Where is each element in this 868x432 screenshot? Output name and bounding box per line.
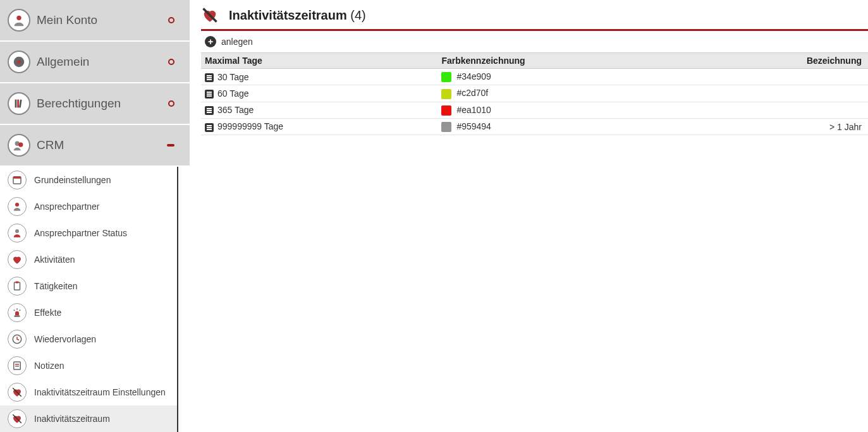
color-swatch [441,122,451,132]
clipboard-icon [8,277,27,296]
row-icon [205,73,214,82]
cell-color-text: #959494 [456,121,491,131]
heart-slash-icon [8,409,27,428]
sidebar-item-ansprechpartner[interactable]: Ansprechpartner [0,193,177,220]
table-row[interactable]: 60 Tage#c2d70f [201,85,868,102]
color-swatch [441,89,451,99]
users-icon [8,134,30,157]
svg-line-16 [14,310,15,311]
svg-point-10 [15,203,19,207]
cell-color: #34e909 [437,69,688,85]
svg-point-7 [18,142,23,147]
add-button[interactable]: + anlegen [205,36,253,47]
sidebar-top-berechtigungen[interactable]: Berechtigungen [0,83,190,125]
cell-max-days: 60 Tage [201,85,437,102]
sidebar-top-label: CRM [37,138,167,152]
svg-rect-5 [19,100,22,108]
cell-name: > 1 Jahr [688,118,868,135]
disc-icon [8,51,30,73]
row-icon [205,106,214,115]
data-table: Maximal Tage Farbkennzeichnung Bezeichnu… [201,53,868,135]
cell-max-days-text: 60 Tage [217,88,249,99]
sidebar-item-label: Tätigkeiten [34,281,77,291]
expand-icon [168,17,174,23]
col-name[interactable]: Bezeichnung [688,53,868,69]
sidebar-item-taetigkeiten[interactable]: Tätigkeiten [0,273,177,299]
collapse-icon [167,144,174,147]
user-icon [8,197,27,216]
page-title: Inaktivitätszeitraum (4) [229,8,366,23]
sidebar-item-label: Ansprechpartner [34,201,100,212]
svg-point-11 [15,229,19,233]
cell-max-days-text: 999999999 Tage [217,121,283,131]
notes-icon [8,356,27,375]
books-icon [8,92,30,115]
col-color[interactable]: Farbkennzeichnung [437,53,688,69]
sidebar-item-label: Grundeinstellungen [34,175,111,185]
expand-icon [168,100,174,107]
sidebar-item-label: Notizen [34,361,64,371]
sidebar-item-aktivitaeten[interactable]: Aktivitäten [0,246,177,273]
svg-line-17 [20,310,21,311]
color-swatch [441,72,451,82]
sidebar-top-crm[interactable]: CRM [0,125,190,167]
color-swatch [441,105,451,116]
sidebar-item-inaktivitaet-einstellungen[interactable]: Inaktivitätszeitraum Einstellungen [0,379,177,405]
col-max-days[interactable]: Maximal Tage [201,53,437,69]
svg-rect-14 [15,316,20,317]
table-row[interactable]: 30 Tage#34e909 [201,69,868,85]
sidebar-item-label: Inaktivitätszeitraum Einstellungen [34,387,166,397]
cell-max-days: 30 Tage [201,69,437,85]
sidebar-item-label: Effekte [34,308,61,318]
cell-max-days: 999999999 Tage [201,118,437,135]
svg-rect-13 [16,282,19,284]
heart-slash-icon [201,6,219,24]
sidebar-item-ansprechpartner-status[interactable]: Ansprechpartner Status [0,220,177,246]
sidebar-item-label: Aktivitäten [34,255,75,265]
clock-icon [8,330,27,349]
sidebar-top-allgemein[interactable]: Allgemein [0,42,190,83]
cell-name [688,85,868,102]
siren-icon [8,303,27,322]
cell-name [688,69,868,85]
cell-max-days: 365 Tage [201,102,437,118]
add-button-label: anlegen [221,37,253,47]
sidebar-item-grundeinstellungen[interactable]: Grundeinstellungen [0,167,177,193]
plus-icon: + [205,36,216,47]
sidebar-top-mein-konto[interactable]: Mein Konto [0,0,190,42]
cell-color-text: #ea1010 [456,105,491,115]
svg-rect-4 [17,100,19,108]
row-icon [205,90,214,99]
sidebar-item-inaktivitaetszeitraum[interactable]: Inaktivitätszeitraum [0,405,177,432]
cell-color: #959494 [437,118,688,135]
table-row[interactable]: 365 Tage#ea1010 [201,102,868,118]
svg-rect-9 [13,177,21,179]
user-icon [8,9,30,32]
page-header: Inaktivitätszeitraum (4) [201,6,868,31]
sidebar-item-wiedervorlagen[interactable]: Wiedervorlagen [0,326,177,352]
sidebar: Mein Konto Allgemein Berechtigungen CRM … [0,0,190,432]
row-icon [205,123,214,132]
sidebar-top-label: Mein Konto [37,13,168,27]
sidebar-top-label: Allgemein [37,55,168,69]
user-status-icon [8,224,27,243]
calendar-icon [8,171,27,189]
cell-color-text: #c2d70f [456,88,488,98]
cell-max-days-text: 365 Tage [217,105,254,115]
sidebar-top-label: Berechtigungen [37,97,168,111]
svg-point-0 [16,16,21,20]
cell-color-text: #34e909 [456,71,491,81]
cell-name [688,102,868,118]
cell-color: #ea1010 [437,102,688,118]
heart-icon [8,250,27,269]
expand-icon [168,59,174,65]
heart-slash-icon [8,383,27,402]
sidebar-item-label: Inaktivitätszeitraum [34,414,110,424]
svg-rect-3 [15,100,17,108]
table-row[interactable]: 999999999 Tage#959494> 1 Jahr [201,118,868,135]
svg-point-2 [17,60,21,64]
toolbar: + anlegen [201,31,868,53]
main-content: Inaktivitätszeitraum (4) + anlegen Maxim… [190,0,868,432]
sidebar-item-notizen[interactable]: Notizen [0,352,177,379]
sidebar-item-effekte[interactable]: Effekte [0,299,177,326]
